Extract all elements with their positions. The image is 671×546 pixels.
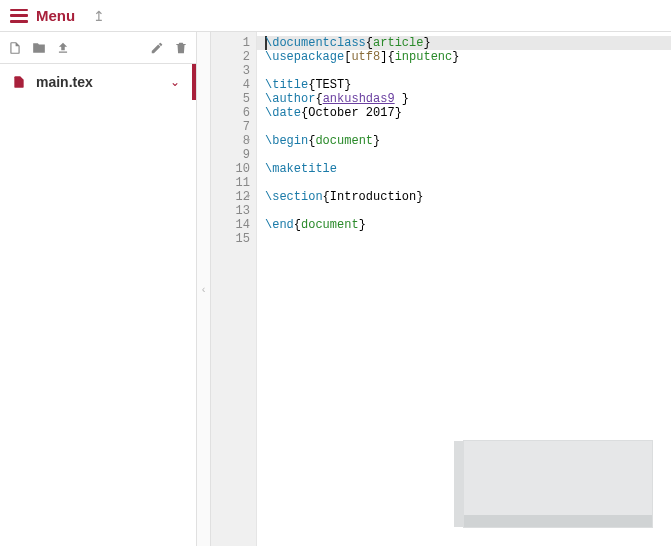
code-line[interactable]: \documentclass{article} (257, 36, 671, 50)
code-line[interactable] (265, 232, 663, 246)
main-area: main.tex ⌄ ‹ 123456789101112131415 \docu… (0, 32, 671, 546)
up-arrow-icon[interactable]: ↥ (87, 8, 111, 24)
upload-icon[interactable] (56, 41, 70, 55)
line-number: 7 (221, 120, 250, 134)
file-list: main.tex ⌄ (0, 64, 196, 546)
line-number: 9 (221, 148, 250, 162)
new-folder-icon[interactable] (32, 41, 46, 55)
line-number: 12 (221, 190, 250, 204)
new-file-icon[interactable] (8, 41, 22, 55)
panel-divider[interactable]: ‹ (197, 32, 211, 546)
code-line[interactable]: \date{October 2017} (265, 106, 663, 120)
code-line[interactable] (265, 204, 663, 218)
file-item-main-tex[interactable]: main.tex ⌄ (0, 64, 196, 100)
code-line[interactable] (265, 176, 663, 190)
code-line[interactable]: \title{TEST} (265, 78, 663, 92)
file-name-label: main.tex (36, 74, 160, 90)
code-line[interactable]: \usepackage[utf8]{inputenc} (265, 50, 663, 64)
code-line[interactable]: \author{ankushdas9 } (265, 92, 663, 106)
file-icon (12, 74, 26, 90)
code-line[interactable]: \end{document} (265, 218, 663, 232)
line-gutter: 123456789101112131415 (211, 32, 257, 546)
code-line[interactable]: \section{Introduction} (265, 190, 663, 204)
edit-icon[interactable] (150, 41, 164, 55)
top-bar: Menu ↥ (0, 0, 671, 32)
file-sidebar: main.tex ⌄ (0, 32, 197, 546)
line-number: 3 (221, 64, 250, 78)
line-number: 10 (221, 162, 250, 176)
line-number: 8 (221, 134, 250, 148)
code-line[interactable]: \begin{document} (265, 134, 663, 148)
line-number: 13 (221, 204, 250, 218)
line-number: 5 (221, 92, 250, 106)
line-number: 2 (221, 50, 250, 64)
code-line[interactable]: \maketitle (265, 162, 663, 176)
line-number: 15 (221, 232, 250, 246)
file-toolbar (0, 32, 196, 64)
code-editor[interactable]: 123456789101112131415 \documentclass{art… (211, 32, 671, 546)
line-number: 4 (221, 78, 250, 92)
line-number: 11 (221, 176, 250, 190)
code-line[interactable] (265, 148, 663, 162)
delete-icon[interactable] (174, 41, 188, 55)
watermark-overlay (463, 440, 653, 528)
hamburger-icon (10, 9, 28, 23)
menu-button[interactable]: Menu (6, 5, 79, 26)
line-number: 6 (221, 106, 250, 120)
line-number: 14 (221, 218, 250, 232)
menu-label: Menu (36, 7, 75, 24)
chevron-down-icon[interactable]: ⌄ (170, 75, 180, 89)
code-line[interactable] (265, 64, 663, 78)
code-line[interactable] (265, 120, 663, 134)
line-number: 1 (221, 36, 250, 50)
collapse-handle-icon[interactable]: ‹ (202, 283, 206, 295)
